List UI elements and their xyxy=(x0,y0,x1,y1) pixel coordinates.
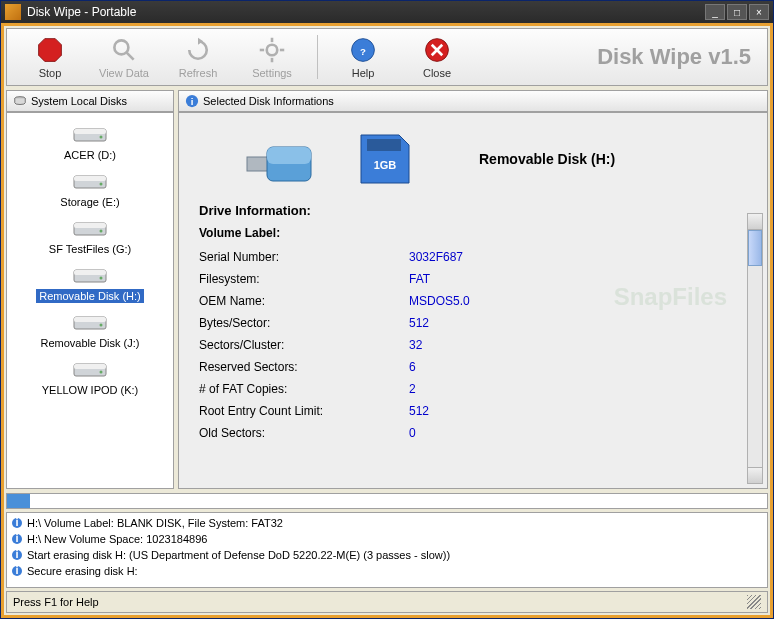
info-row: Bytes/Sector:512 xyxy=(199,312,747,334)
scroll-thumb[interactable] xyxy=(748,230,762,266)
scroll-up-button[interactable] xyxy=(748,214,762,230)
titlebar[interactable]: Disk Wipe - Portable _ □ × xyxy=(1,1,773,23)
info-value: MSDOS5.0 xyxy=(409,294,470,308)
svg-rect-28 xyxy=(74,317,106,322)
svg-text:i: i xyxy=(15,565,18,576)
info-row: # of FAT Copies:2 xyxy=(199,378,747,400)
resize-grip[interactable] xyxy=(747,595,761,609)
svg-text:i: i xyxy=(15,549,18,560)
log-line: iSecure erasing disk H: xyxy=(11,563,763,579)
svg-point-17 xyxy=(100,136,103,139)
window-title: Disk Wipe - Portable xyxy=(27,5,705,19)
disk-label: SF TestFiles (G:) xyxy=(46,242,134,256)
svg-text:?: ? xyxy=(360,46,366,57)
svg-point-4 xyxy=(267,44,278,55)
svg-marker-0 xyxy=(39,38,62,61)
info-key: OEM Name: xyxy=(199,294,409,308)
info-key: Sectors/Cluster: xyxy=(199,338,409,352)
statusbar: Press F1 for Help xyxy=(6,591,768,613)
info-value: FAT xyxy=(409,272,430,286)
info-icon: i xyxy=(11,517,23,529)
progress-fill xyxy=(7,494,30,508)
disks-icon xyxy=(13,94,27,108)
info-value: 512 xyxy=(409,316,429,330)
sd-card-icon: 1GB xyxy=(349,129,419,189)
minimize-button[interactable]: _ xyxy=(705,4,725,20)
info-key: Old Sectors: xyxy=(199,426,409,440)
log-line: iH:\ Volume Label: BLANK DISK, File Syst… xyxy=(11,515,763,531)
svg-rect-37 xyxy=(267,147,311,164)
help-button[interactable]: ? Help xyxy=(326,31,400,83)
info-header: i Selected Disk Informations xyxy=(178,90,768,112)
log-panel[interactable]: iH:\ Volume Label: BLANK DISK, File Syst… xyxy=(6,512,768,588)
help-icon: ? xyxy=(349,36,377,64)
volume-label-heading: Volume Label: xyxy=(199,226,747,240)
disk-label: Removable Disk (J:) xyxy=(37,336,142,350)
disk-label: Removable Disk (H:) xyxy=(36,289,143,303)
progress-bar xyxy=(6,493,768,509)
svg-rect-22 xyxy=(74,223,106,228)
brand-label: Disk Wipe v1.5 xyxy=(597,44,761,70)
refresh-button: Refresh xyxy=(161,31,235,83)
log-text: Secure erasing disk H: xyxy=(27,565,138,577)
drive-icon xyxy=(72,217,108,239)
refresh-icon xyxy=(184,36,212,64)
log-line: iStart erasing disk H: (US Department of… xyxy=(11,547,763,563)
info-icon: i xyxy=(11,533,23,545)
disk-item[interactable]: Removable Disk (J:) xyxy=(7,307,173,354)
close-button[interactable]: Close xyxy=(400,31,474,83)
drive-icon xyxy=(72,264,108,286)
stop-icon xyxy=(36,36,64,64)
info-row: Serial Number:3032F687 xyxy=(199,246,747,268)
info-body: 1GB Removable Disk (H:) Drive Informatio… xyxy=(178,112,768,489)
disk-item[interactable]: Storage (E:) xyxy=(7,166,173,213)
svg-text:i: i xyxy=(15,517,18,528)
info-row: OEM Name:MSDOS5.0 xyxy=(199,290,747,312)
svg-line-2 xyxy=(127,52,134,59)
svg-rect-38 xyxy=(367,139,401,151)
info-row: Root Entry Count Limit:512 xyxy=(199,400,747,422)
drive-title: Removable Disk (H:) xyxy=(479,151,615,167)
svg-rect-35 xyxy=(247,157,269,171)
svg-rect-31 xyxy=(74,364,106,369)
info-row: Reserved Sectors:6 xyxy=(199,356,747,378)
status-text: Press F1 for Help xyxy=(13,596,99,608)
close-window-button[interactable]: × xyxy=(749,4,769,20)
info-value: 512 xyxy=(409,404,429,418)
log-text: H:\ Volume Label: BLANK DISK, File Syste… xyxy=(27,517,283,529)
disk-label: ACER (D:) xyxy=(61,148,119,162)
svg-text:1GB: 1GB xyxy=(374,159,397,171)
svg-point-29 xyxy=(100,324,103,327)
svg-point-26 xyxy=(100,277,103,280)
svg-text:i: i xyxy=(15,533,18,544)
drive-info-heading: Drive Information: xyxy=(199,203,747,218)
info-key: Root Entry Count Limit: xyxy=(199,404,409,418)
magnifier-icon xyxy=(110,36,138,64)
svg-point-32 xyxy=(100,371,103,374)
info-value: 6 xyxy=(409,360,416,374)
svg-rect-19 xyxy=(74,176,106,181)
info-key: Bytes/Sector: xyxy=(199,316,409,330)
maximize-button[interactable]: □ xyxy=(727,4,747,20)
info-row: Old Sectors:0 xyxy=(199,422,747,444)
usb-drive-icon xyxy=(239,129,319,189)
drive-icon xyxy=(72,170,108,192)
stop-button[interactable]: Stop xyxy=(13,31,87,83)
info-value: 0 xyxy=(409,426,416,440)
toolbar: Stop View Data Refresh Settings ? xyxy=(6,28,768,86)
disk-item[interactable]: Removable Disk (H:) xyxy=(7,260,173,307)
info-scrollbar[interactable] xyxy=(747,213,763,484)
toolbar-separator xyxy=(317,35,318,79)
client-area: Stop View Data Refresh Settings ? xyxy=(1,23,773,618)
disk-label: Storage (E:) xyxy=(57,195,122,209)
disk-item[interactable]: SF TestFiles (G:) xyxy=(7,213,173,260)
disk-item[interactable]: YELLOW IPOD (K:) xyxy=(7,354,173,401)
info-row: Sectors/Cluster:32 xyxy=(199,334,747,356)
disk-item[interactable]: ACER (D:) xyxy=(7,119,173,166)
log-text: H:\ New Volume Space: 1023184896 xyxy=(27,533,207,545)
disk-list[interactable]: ACER (D:)Storage (E:)SF TestFiles (G:)Re… xyxy=(6,112,174,489)
info-value: 2 xyxy=(409,382,416,396)
info-icon: i xyxy=(11,549,23,561)
scroll-down-button[interactable] xyxy=(748,467,762,483)
svg-text:i: i xyxy=(191,96,194,107)
